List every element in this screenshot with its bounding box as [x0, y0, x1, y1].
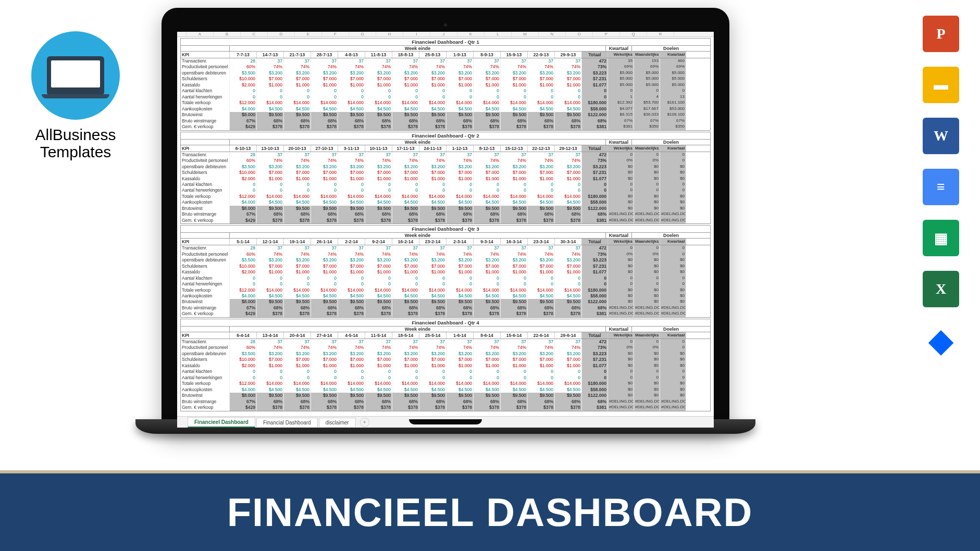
cell[interactable]: 0: [501, 88, 528, 94]
cell[interactable]: $3.200: [419, 351, 446, 357]
cell[interactable]: $9.500: [446, 112, 474, 118]
cell[interactable]: $378: [392, 218, 419, 223]
cell[interactable]: $378: [365, 218, 392, 223]
cell[interactable]: $378: [528, 218, 555, 223]
total-cell[interactable]: $58.000: [582, 199, 608, 205]
cell[interactable]: 28: [230, 58, 257, 64]
total-cell[interactable]: $3.223: [582, 164, 608, 170]
cell[interactable]: 0: [338, 88, 365, 94]
goal-cell[interactable]: #DELING.DOOR.0!: [660, 305, 686, 311]
cell[interactable]: $14.000: [257, 194, 284, 199]
cell[interactable]: $9.500: [528, 299, 555, 305]
cell[interactable]: $14.000: [528, 100, 555, 106]
goal-cell[interactable]: $0: [634, 387, 660, 393]
goal-cell[interactable]: 0: [660, 339, 686, 345]
cell[interactable]: $14.000: [419, 381, 446, 386]
cell[interactable]: 68%: [446, 305, 474, 311]
date-header[interactable]: 11-8-13: [365, 52, 392, 58]
col-header[interactable]: I: [403, 32, 430, 36]
cell[interactable]: 0: [392, 94, 419, 100]
cell[interactable]: 74%: [284, 158, 311, 164]
goal-cell[interactable]: $5.000: [660, 76, 686, 82]
cell[interactable]: $3.200: [501, 257, 528, 263]
cell[interactable]: $4.500: [311, 106, 338, 112]
cell[interactable]: $378: [338, 124, 365, 130]
cell[interactable]: 37: [338, 58, 365, 64]
cell[interactable]: $10.000: [230, 76, 257, 82]
goal-cell[interactable]: 13: [660, 94, 686, 100]
goal-cell[interactable]: 0: [608, 281, 634, 287]
cell[interactable]: 68%: [392, 211, 419, 217]
col-header[interactable]: B: [214, 32, 241, 36]
cell[interactable]: $3.200: [528, 257, 555, 263]
cell[interactable]: $3.200: [365, 257, 392, 263]
goal-cell[interactable]: 0: [660, 158, 686, 164]
cell[interactable]: $7.000: [257, 76, 284, 82]
cell[interactable]: 0: [419, 276, 446, 281]
cell[interactable]: 0: [555, 375, 582, 381]
cell[interactable]: 74%: [419, 158, 446, 164]
cell[interactable]: 68%: [555, 399, 582, 405]
cell[interactable]: 68%: [528, 211, 555, 217]
cell[interactable]: $14.000: [474, 381, 501, 386]
cell[interactable]: 37: [501, 152, 528, 158]
cell[interactable]: 67%: [230, 399, 257, 405]
cell[interactable]: $378: [338, 405, 365, 410]
cell[interactable]: $7.000: [446, 264, 474, 269]
total-cell[interactable]: 0: [582, 187, 608, 193]
goal-cell[interactable]: #DELING.DOOR.0!: [634, 399, 660, 405]
cell[interactable]: 0: [230, 187, 257, 193]
cell[interactable]: $7.000: [338, 170, 365, 176]
cell[interactable]: 67%: [230, 118, 257, 124]
cell[interactable]: $10.000: [230, 170, 257, 176]
col-header[interactable]: C: [241, 32, 268, 36]
cell[interactable]: $2.000: [230, 269, 257, 275]
cell[interactable]: $9.500: [284, 299, 311, 305]
cell[interactable]: $4.500: [419, 387, 446, 393]
total-cell[interactable]: $122.000: [582, 393, 608, 398]
cell[interactable]: $7.000: [365, 264, 392, 269]
goal-cell[interactable]: $0: [660, 199, 686, 205]
cell[interactable]: 68%: [311, 211, 338, 217]
total-cell[interactable]: $1.077: [582, 82, 608, 88]
cell[interactable]: 0: [230, 375, 257, 381]
cell[interactable]: 0: [284, 375, 311, 381]
cell[interactable]: 0: [501, 369, 528, 374]
cell[interactable]: 0: [555, 182, 582, 187]
goal-cell[interactable]: $4.077: [608, 106, 634, 112]
cell[interactable]: 74%: [311, 345, 338, 350]
cell[interactable]: 74%: [392, 345, 419, 350]
cell[interactable]: $3.200: [501, 351, 528, 357]
cell[interactable]: $7.000: [392, 170, 419, 176]
cell[interactable]: $4.500: [257, 387, 284, 393]
goal-cell[interactable]: $0: [634, 257, 660, 263]
cell[interactable]: 74%: [555, 345, 582, 350]
cell[interactable]: $4.500: [365, 106, 392, 112]
date-header[interactable]: 29-12-13: [555, 145, 582, 152]
cell[interactable]: 68%: [284, 211, 311, 217]
cell[interactable]: $8.000: [230, 299, 257, 305]
goal-cell[interactable]: $0: [660, 264, 686, 269]
cell[interactable]: 28: [230, 339, 257, 345]
cell[interactable]: $1.000: [311, 176, 338, 182]
total-cell[interactable]: $58.000: [582, 387, 608, 393]
cell[interactable]: 68%: [419, 211, 446, 217]
cell[interactable]: 68%: [311, 399, 338, 405]
cell[interactable]: 0: [365, 276, 392, 281]
tab-financieel-dashboard[interactable]: Financieel Dashboard: [188, 417, 255, 428]
cell[interactable]: 0: [257, 182, 284, 187]
goal-cell[interactable]: #DELING.DOOR.0!: [608, 399, 634, 405]
goal-cell[interactable]: #DELING.DOOR.0!: [608, 211, 634, 217]
cell[interactable]: $3.200: [284, 351, 311, 357]
col-header[interactable]: R: [647, 32, 674, 36]
total-cell[interactable]: 472: [582, 339, 608, 345]
col-header[interactable]: N: [539, 32, 566, 36]
cell[interactable]: $7.000: [528, 264, 555, 269]
goal-cell[interactable]: $0: [634, 381, 660, 386]
cell[interactable]: $1.000: [528, 176, 555, 182]
cell[interactable]: $7.000: [474, 264, 501, 269]
cell[interactable]: 37: [257, 152, 284, 158]
cell[interactable]: $378: [365, 311, 392, 317]
col-header[interactable]: D: [268, 32, 295, 36]
goal-cell[interactable]: $0: [634, 357, 660, 362]
